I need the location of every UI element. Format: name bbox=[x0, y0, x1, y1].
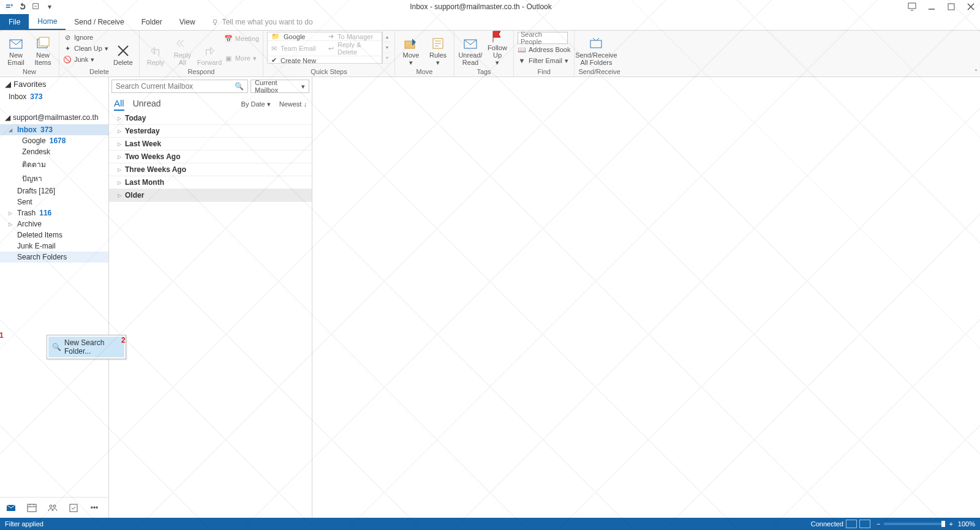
filter-email-button[interactable]: ▼Filter Email ▾ bbox=[518, 55, 570, 66]
folder-trash[interactable]: ▷Trash 116 bbox=[0, 207, 108, 218]
quick-access-toolbar: ▾ bbox=[0, 2, 54, 11]
svg-rect-6 bbox=[39, 37, 49, 46]
undo-icon[interactable] bbox=[18, 2, 27, 11]
folder-deleted-items[interactable]: Deleted Items bbox=[0, 230, 108, 241]
search-people-input[interactable]: Search People bbox=[518, 32, 568, 44]
reply-button[interactable]: Reply bbox=[143, 32, 168, 66]
callout-1: 1 bbox=[0, 331, 4, 340]
msg-group-last-month[interactable]: ▷Last Month bbox=[109, 176, 312, 189]
new-items-button[interactable]: New Items bbox=[31, 32, 55, 66]
folder-google[interactable]: Google 1678 bbox=[0, 135, 108, 146]
tab-file[interactable]: File bbox=[0, 14, 29, 30]
rules-icon bbox=[430, 35, 446, 51]
folder-archive[interactable]: ▷Archive bbox=[0, 218, 108, 230]
delete-button[interactable]: Delete bbox=[111, 32, 135, 66]
chevron-right-icon: ▷ bbox=[118, 167, 121, 173]
svg-rect-2 bbox=[948, 4, 954, 10]
status-bar: Filter applied Connected − + 100% bbox=[0, 518, 980, 530]
zoom-slider[interactable] bbox=[884, 523, 945, 525]
maximize-icon[interactable] bbox=[947, 2, 956, 11]
meeting-button[interactable]: 📅Meeting bbox=[224, 33, 259, 44]
zoom-in-icon[interactable]: + bbox=[949, 520, 952, 528]
new-search-folder-menuitem[interactable]: 🔍 New Search Folder... bbox=[48, 337, 124, 357]
flag-icon bbox=[489, 29, 505, 44]
tab-folder[interactable]: Folder bbox=[133, 14, 171, 30]
reply-all-button[interactable]: Reply All bbox=[170, 32, 195, 66]
group-delete: ⊘Ignore ✦Clean Up ▾ 🚫Junk ▾ Delete Delet… bbox=[59, 31, 140, 77]
folder-search-folders[interactable]: Search Folders bbox=[0, 252, 108, 263]
unread-read-button[interactable]: Unread/ Read bbox=[458, 32, 483, 66]
favorites-header[interactable]: ◢Favorites bbox=[0, 77, 108, 91]
clean-up-button[interactable]: ✦Clean Up ▾ bbox=[63, 43, 108, 54]
folder-inbox[interactable]: ◢Inbox 373 bbox=[0, 124, 108, 135]
qat-dropdown-icon[interactable]: ▾ bbox=[45, 2, 54, 11]
group-new: New Email New Items New bbox=[0, 31, 59, 77]
tell-me-search[interactable]: Tell me what you want to do bbox=[211, 14, 313, 30]
msg-group-older[interactable]: ▷Older bbox=[109, 189, 312, 202]
calendar-module-icon[interactable] bbox=[27, 503, 37, 513]
search-mailbox-input[interactable]: Search Current Mailbox 🔍 bbox=[111, 80, 248, 93]
zoom-out-icon[interactable]: − bbox=[876, 520, 880, 528]
tab-home[interactable]: Home bbox=[29, 14, 66, 30]
delete-icon bbox=[115, 43, 131, 59]
nav-footer: ••• bbox=[0, 497, 108, 518]
close-icon[interactable] bbox=[967, 2, 975, 11]
sort-newest[interactable]: Newest ↓ bbox=[279, 100, 307, 108]
filter-all[interactable]: All bbox=[114, 98, 124, 111]
ribbon-collapse-icon[interactable]: ˄ bbox=[974, 69, 978, 75]
forward-button[interactable]: Forward bbox=[197, 32, 222, 66]
account-header[interactable]: ◢support@mailmaster.co.th bbox=[0, 111, 108, 124]
folder-zendesk[interactable]: Zendesk bbox=[0, 146, 108, 157]
quick-steps-gallery[interactable]: 📁Google ➜To Manager ✉Team Email ↩Reply &… bbox=[267, 32, 382, 64]
send-receive-icon bbox=[588, 35, 604, 51]
msg-group-today[interactable]: ▷Today bbox=[109, 112, 312, 125]
view-normal-icon[interactable] bbox=[846, 520, 857, 528]
search-scope-dropdown[interactable]: Current Mailbox▾ bbox=[251, 80, 309, 93]
minimize-icon[interactable] bbox=[927, 2, 936, 11]
msg-group-three-weeks-ago[interactable]: ▷Three Weeks Ago bbox=[109, 163, 312, 176]
folder--[interactable]: ติดตาม bbox=[0, 157, 108, 171]
view-reading-icon[interactable] bbox=[859, 520, 870, 528]
quick-steps-scroll[interactable]: ▴▾▿ bbox=[382, 32, 391, 64]
favorites-inbox[interactable]: Inbox 373 bbox=[0, 91, 108, 102]
tab-send-receive[interactable]: Send / Receive bbox=[66, 14, 132, 30]
group-respond: Reply Reply All Forward 📅Meeting ▣More ▾… bbox=[140, 31, 263, 77]
follow-up-button[interactable]: Follow Up▾ bbox=[485, 32, 510, 66]
tab-view[interactable]: View bbox=[171, 14, 204, 30]
sort-by-date[interactable]: By Date ▾ bbox=[241, 100, 271, 108]
folder--[interactable]: ปัญหา bbox=[0, 171, 108, 185]
svg-point-3 bbox=[213, 20, 217, 23]
chevron-down-icon: ◢ bbox=[5, 113, 10, 122]
zoom-level: 100% bbox=[958, 520, 975, 528]
qat-send-receive-icon[interactable] bbox=[5, 2, 13, 11]
rules-button[interactable]: Rules▾ bbox=[426, 32, 450, 66]
msg-group-yesterday[interactable]: ▷Yesterday bbox=[109, 125, 312, 138]
group-find-label: Find bbox=[518, 67, 570, 77]
more-modules-icon[interactable]: ••• bbox=[89, 503, 99, 513]
ignore-button[interactable]: ⊘Ignore bbox=[63, 32, 108, 43]
more-respond-button[interactable]: ▣More ▾ bbox=[224, 53, 259, 64]
move-button[interactable]: Move▾ bbox=[399, 32, 423, 66]
send-receive-all-button[interactable]: Send/Receive All Folders bbox=[578, 32, 614, 66]
msg-group-two-weeks-ago[interactable]: ▷Two Weeks Ago bbox=[109, 151, 312, 163]
tasks-module-icon[interactable] bbox=[69, 503, 78, 513]
msg-group-last-week[interactable]: ▷Last Week bbox=[109, 138, 312, 151]
address-book-button[interactable]: 📖Address Book bbox=[518, 44, 570, 55]
folder-drafts-126-[interactable]: Drafts [126] bbox=[0, 185, 108, 196]
window-controls bbox=[908, 2, 980, 11]
new-email-button[interactable]: New Email bbox=[4, 32, 28, 66]
folder-sent[interactable]: Sent bbox=[0, 196, 108, 207]
junk-icon: 🚫 bbox=[63, 55, 72, 64]
ribbon-tabs: File Home Send / Receive Folder View Tel… bbox=[0, 14, 980, 31]
mail-module-icon[interactable] bbox=[6, 503, 16, 513]
svg-rect-12 bbox=[28, 504, 36, 512]
message-filter-row: All Unread By Date ▾ Newest ↓ bbox=[109, 95, 312, 112]
junk-button[interactable]: 🚫Junk ▾ bbox=[63, 54, 108, 65]
qat-customize-icon[interactable] bbox=[32, 2, 40, 11]
envelope-icon bbox=[462, 35, 478, 51]
chevron-right-icon: ▷ bbox=[118, 193, 121, 198]
ribbon-display-icon[interactable] bbox=[908, 2, 916, 11]
people-module-icon[interactable] bbox=[48, 503, 58, 513]
folder-junk-e-mail[interactable]: Junk E-mail bbox=[0, 241, 108, 252]
filter-unread[interactable]: Unread bbox=[133, 99, 161, 108]
